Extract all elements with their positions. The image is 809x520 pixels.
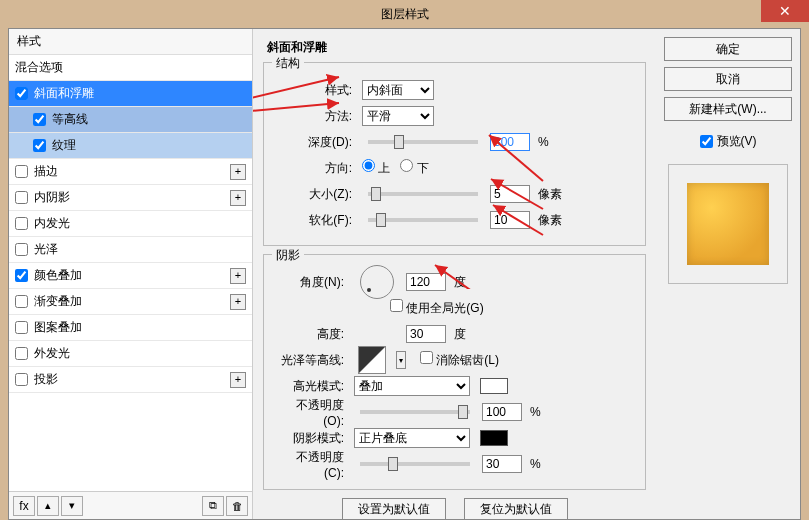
soften-slider[interactable] bbox=[368, 218, 478, 222]
hl-opacity-input[interactable] bbox=[482, 403, 522, 421]
gloss-contour-label: 光泽等高线: bbox=[280, 352, 344, 369]
sh-color-swatch[interactable] bbox=[480, 430, 508, 446]
style-checkbox[interactable] bbox=[15, 87, 28, 100]
style-checkbox[interactable] bbox=[15, 321, 28, 334]
footer-add-icon[interactable]: ⧉ bbox=[202, 496, 224, 516]
add-effect-icon[interactable]: + bbox=[230, 190, 246, 206]
depth-input[interactable] bbox=[490, 133, 530, 151]
styles-list: 混合选项斜面和浮雕等高线纹理描边+内阴影+内发光光泽颜色叠加+渐变叠加+图案叠加… bbox=[9, 55, 252, 393]
depth-label: 深度(D): bbox=[280, 134, 352, 151]
style-row-8[interactable]: 颜色叠加+ bbox=[9, 263, 252, 289]
style-label: 图案叠加 bbox=[34, 319, 82, 336]
add-effect-icon[interactable]: + bbox=[230, 164, 246, 180]
style-label: 内阴影 bbox=[34, 189, 70, 206]
ok-button[interactable]: 确定 bbox=[664, 37, 792, 61]
footer-down-icon[interactable]: ▾ bbox=[61, 496, 83, 516]
style-row-0[interactable]: 混合选项 bbox=[9, 55, 252, 81]
style-checkbox[interactable] bbox=[33, 139, 46, 152]
style-row-6[interactable]: 内发光 bbox=[9, 211, 252, 237]
soften-unit: 像素 bbox=[538, 212, 562, 229]
close-button[interactable]: ✕ bbox=[761, 0, 809, 22]
size-unit: 像素 bbox=[538, 186, 562, 203]
style-label: 光泽 bbox=[34, 241, 58, 258]
style-label: 等高线 bbox=[52, 111, 88, 128]
preview-box bbox=[668, 164, 788, 284]
style-checkbox[interactable] bbox=[15, 165, 28, 178]
style-row-1[interactable]: 斜面和浮雕 bbox=[9, 81, 252, 107]
style-select[interactable]: 内斜面 bbox=[362, 80, 434, 100]
style-label: 纹理 bbox=[52, 137, 76, 154]
method-select[interactable]: 平滑 bbox=[362, 106, 434, 126]
hl-opacity-slider[interactable] bbox=[360, 410, 470, 414]
size-slider[interactable] bbox=[368, 192, 478, 196]
set-default-button[interactable]: 设置为默认值 bbox=[342, 498, 446, 519]
style-row-10[interactable]: 图案叠加 bbox=[9, 315, 252, 341]
style-checkbox[interactable] bbox=[15, 373, 28, 386]
style-row-2[interactable]: 等高线 bbox=[9, 107, 252, 133]
reset-default-button[interactable]: 复位为默认值 bbox=[464, 498, 568, 519]
size-input[interactable] bbox=[490, 185, 530, 203]
new-style-button[interactable]: 新建样式(W)... bbox=[664, 97, 792, 121]
style-checkbox[interactable] bbox=[15, 243, 28, 256]
style-checkbox[interactable] bbox=[15, 191, 28, 204]
style-row-12[interactable]: 投影+ bbox=[9, 367, 252, 393]
hl-opacity-label: 不透明度(O): bbox=[280, 397, 344, 428]
style-label: 颜色叠加 bbox=[34, 267, 82, 284]
global-light-check[interactable]: 使用全局光(G) bbox=[390, 299, 484, 317]
style-checkbox[interactable] bbox=[15, 269, 28, 282]
style-checkbox[interactable] bbox=[15, 217, 28, 230]
add-effect-icon[interactable]: + bbox=[230, 294, 246, 310]
styles-header: 样式 bbox=[9, 29, 252, 55]
direction-radios: 上 下 bbox=[362, 159, 429, 177]
angle-input[interactable] bbox=[406, 273, 446, 291]
style-row-9[interactable]: 渐变叠加+ bbox=[9, 289, 252, 315]
footer-up-icon[interactable]: ▴ bbox=[37, 496, 59, 516]
gloss-contour-picker[interactable] bbox=[358, 346, 386, 374]
altitude-label: 高度: bbox=[280, 326, 344, 343]
shading-group: 阴影 角度(N): 度 使用全局光(G) 高度: 度 bbox=[263, 254, 646, 490]
add-effect-icon[interactable]: + bbox=[230, 372, 246, 388]
style-row-3[interactable]: 纹理 bbox=[9, 133, 252, 159]
hl-opacity-unit: % bbox=[530, 405, 541, 419]
hl-color-swatch[interactable] bbox=[480, 378, 508, 394]
cancel-button[interactable]: 取消 bbox=[664, 67, 792, 91]
preview-swatch bbox=[687, 183, 769, 265]
style-row-7[interactable]: 光泽 bbox=[9, 237, 252, 263]
soften-label: 软化(F): bbox=[280, 212, 352, 229]
direction-label: 方向: bbox=[280, 160, 352, 177]
shading-group-title: 阴影 bbox=[272, 247, 304, 264]
default-buttons: 设置为默认值 复位为默认值 bbox=[263, 498, 646, 519]
styles-footer: fx ▴ ▾ ⧉ 🗑 bbox=[9, 491, 252, 519]
size-label: 大小(Z): bbox=[280, 186, 352, 203]
add-effect-icon[interactable]: + bbox=[230, 268, 246, 284]
altitude-input[interactable] bbox=[406, 325, 446, 343]
fx-menu-button[interactable]: fx bbox=[13, 496, 35, 516]
structure-group-title: 结构 bbox=[272, 55, 304, 72]
altitude-unit: 度 bbox=[454, 326, 466, 343]
style-row-5[interactable]: 内阴影+ bbox=[9, 185, 252, 211]
style-label: 外发光 bbox=[34, 345, 70, 362]
antialias-check[interactable]: 消除锯齿(L) bbox=[420, 351, 499, 369]
hl-mode-select[interactable]: 叠加 bbox=[354, 376, 470, 396]
soften-input[interactable] bbox=[490, 211, 530, 229]
direction-down[interactable]: 下 bbox=[400, 159, 428, 177]
style-checkbox[interactable] bbox=[15, 347, 28, 360]
contour-dropdown-icon[interactable]: ▾ bbox=[396, 351, 406, 369]
structure-group: 结构 样式: 内斜面 方法: 平滑 深度(D): % 方向: bbox=[263, 62, 646, 246]
method-label: 方法: bbox=[280, 108, 352, 125]
style-row-11[interactable]: 外发光 bbox=[9, 341, 252, 367]
style-checkbox[interactable] bbox=[33, 113, 46, 126]
style-checkbox[interactable] bbox=[15, 295, 28, 308]
style-row-4[interactable]: 描边+ bbox=[9, 159, 252, 185]
sh-opacity-input[interactable] bbox=[482, 455, 522, 473]
panel-title: 斜面和浮雕 bbox=[267, 39, 646, 56]
trash-icon[interactable]: 🗑 bbox=[226, 496, 248, 516]
sh-opacity-slider[interactable] bbox=[360, 462, 470, 466]
styles-panel: 样式 混合选项斜面和浮雕等高线纹理描边+内阴影+内发光光泽颜色叠加+渐变叠加+图… bbox=[9, 29, 253, 519]
preview-check[interactable]: 预览(V) bbox=[664, 133, 792, 150]
sh-mode-select[interactable]: 正片叠底 bbox=[354, 428, 470, 448]
direction-up[interactable]: 上 bbox=[362, 159, 390, 177]
angle-dial[interactable] bbox=[360, 265, 394, 299]
hl-mode-label: 高光模式: bbox=[280, 378, 344, 395]
depth-slider[interactable] bbox=[368, 140, 478, 144]
